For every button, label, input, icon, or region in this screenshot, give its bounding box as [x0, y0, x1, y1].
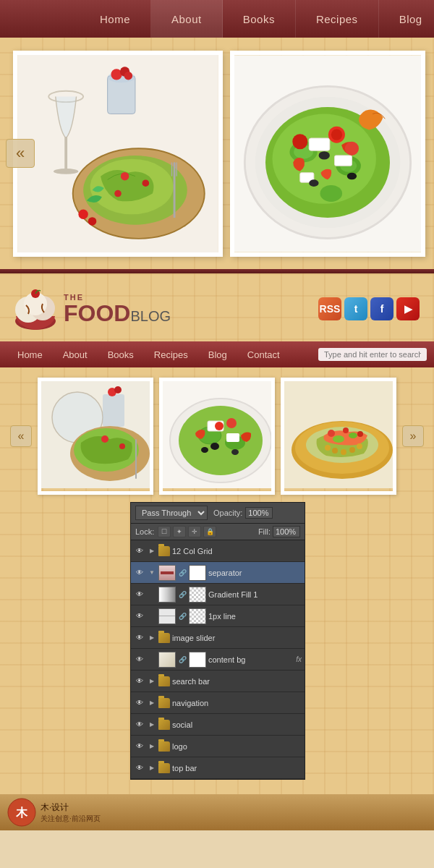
- logo-area: THE FOODBLOG: [10, 284, 171, 334]
- svg-point-81: [357, 431, 363, 437]
- layer-separator[interactable]: 👁 ▼ 🔗 separator: [131, 562, 305, 584]
- search-input[interactable]: [318, 348, 427, 361]
- svg-point-38: [331, 129, 342, 140]
- svg-point-77: [349, 447, 355, 453]
- logo-food-text: FOOD: [64, 300, 130, 326]
- svg-rect-82: [161, 571, 174, 574]
- layer-visibility-toggle[interactable]: 👁: [134, 545, 145, 557]
- layer-name: navigation: [172, 699, 302, 707]
- layer-content-bg[interactable]: 👁 🔗 content bg fx: [131, 649, 305, 671]
- blog-nav-contact[interactable]: Contact: [237, 341, 290, 367]
- lock-pixels-button[interactable]: ✦: [173, 526, 186, 537]
- svg-point-19: [78, 210, 88, 219]
- layer-navigation[interactable]: 👁 ▶ navigation: [131, 692, 305, 714]
- lock-position-button[interactable]: ☐: [158, 526, 171, 537]
- layer-visibility-toggle[interactable]: 👁: [134, 589, 145, 600]
- logo-icon: [10, 284, 61, 334]
- svg-point-80: [343, 427, 349, 433]
- blog-prev-button[interactable]: «: [10, 425, 32, 447]
- blend-mode-select[interactable]: Pass Through: [135, 506, 208, 520]
- svg-point-13: [142, 179, 150, 187]
- svg-point-20: [88, 217, 96, 225]
- layer-visibility-toggle[interactable]: 👁: [134, 741, 145, 752]
- layer-thumbnail: [158, 652, 176, 668]
- opacity-input[interactable]: [245, 507, 273, 519]
- logo-text: THE FOODBLOG: [64, 293, 171, 325]
- svg-point-75: [332, 448, 338, 454]
- nav-item-about[interactable]: About: [151, 0, 223, 38]
- blog-nav-blog[interactable]: Blog: [198, 341, 237, 367]
- layer-expand-arrow[interactable]: ▶: [148, 720, 156, 729]
- layer-name: image slider: [172, 634, 302, 642]
- layer-folder-icon: [158, 698, 170, 708]
- layer-visibility-toggle[interactable]: 👁: [134, 762, 145, 774]
- nav-item-recipes[interactable]: Recipes: [296, 0, 379, 38]
- slider-prev-button[interactable]: «: [6, 139, 35, 168]
- blog-nav-home[interactable]: Home: [7, 341, 53, 367]
- blog-image-3: [281, 378, 396, 495]
- svg-rect-55: [135, 439, 137, 479]
- food-blog-section: THE FOODBLOG RSS t f ▶ Home About Books …: [0, 273, 434, 794]
- layer-expand-arrow[interactable]: ▶: [148, 764, 156, 773]
- blog-nav-books[interactable]: Books: [98, 341, 144, 367]
- svg-point-78: [357, 443, 362, 449]
- nav-item-books[interactable]: Books: [223, 0, 296, 38]
- layer-folder-icon: [158, 741, 170, 752]
- slider-image-2: [230, 51, 425, 257]
- layer-visibility-toggle[interactable]: 👁: [134, 567, 145, 579]
- watermark-logo-icon: 木: [7, 798, 36, 827]
- layer-1px-line[interactable]: 👁 🔗 1px line: [131, 605, 305, 627]
- fill-input[interactable]: [273, 526, 300, 537]
- layer-mask-thumbnail: [189, 608, 206, 624]
- blog-nav-recipes[interactable]: Recipes: [144, 341, 198, 367]
- social-icons-group: RSS t f ▶: [318, 297, 420, 320]
- layer-link-icon: 🔗: [178, 655, 187, 664]
- layer-folder-icon: [158, 676, 170, 686]
- blog-header: THE FOODBLOG RSS t f ▶: [0, 273, 434, 341]
- top-nav: Home About Books Recipes Blog: [0, 0, 434, 38]
- layer-visibility-toggle[interactable]: 👁: [134, 697, 145, 709]
- layer-expand-arrow[interactable]: ▶: [148, 742, 156, 751]
- layer-folder-icon: [158, 633, 170, 643]
- nav-item-blog[interactable]: Blog: [379, 0, 434, 38]
- svg-rect-62: [226, 433, 239, 442]
- layer-visibility-toggle[interactable]: 👁: [134, 610, 145, 622]
- nav-item-home[interactable]: Home: [80, 0, 151, 38]
- watermark-brand: 木·设计: [41, 801, 101, 814]
- blog-next-button[interactable]: »: [402, 425, 424, 447]
- layer-search-bar[interactable]: 👁 ▶ search bar: [131, 671, 305, 692]
- svg-point-66: [231, 449, 239, 455]
- rss-icon[interactable]: RSS: [318, 297, 341, 320]
- layer-visibility-toggle[interactable]: 👁: [134, 632, 145, 644]
- lock-all-button[interactable]: 🔒: [203, 526, 216, 537]
- blog-nav-about[interactable]: About: [53, 341, 98, 367]
- layer-link-icon: 🔗: [178, 569, 187, 577]
- svg-point-73: [349, 433, 357, 438]
- layer-visibility-toggle[interactable]: 👁: [134, 719, 145, 731]
- layer-expand-arrow[interactable]: ▶: [148, 699, 156, 707]
- layer-name: social: [172, 720, 302, 729]
- layer-expand-arrow[interactable]: ▶: [148, 634, 156, 642]
- layer-expand-arrow[interactable]: ▼: [148, 569, 156, 577]
- youtube-icon[interactable]: ▶: [396, 297, 420, 320]
- layer-social[interactable]: 👁 ▶ social: [131, 714, 305, 736]
- blog-image-2: [159, 378, 275, 495]
- svg-rect-2: [64, 137, 67, 171]
- facebook-icon[interactable]: f: [370, 297, 393, 320]
- svg-point-53: [101, 435, 109, 443]
- layer-visibility-toggle[interactable]: 👁: [134, 676, 145, 687]
- layer-image-slider[interactable]: 👁 ▶ image slider: [131, 627, 305, 649]
- layer-logo[interactable]: 👁 ▶ logo: [131, 736, 305, 757]
- lock-move-button[interactable]: ✛: [188, 526, 201, 537]
- layer-gradient-fill[interactable]: 👁 🔗 Gradient Fill 1: [131, 584, 305, 605]
- layer-thumbnail: [158, 608, 176, 624]
- layer-expand-arrow[interactable]: ▶: [148, 547, 156, 556]
- layer-12col-grid[interactable]: 👁 ▶ 12 Col Grid: [131, 540, 305, 562]
- layer-top-bar[interactable]: 👁 ▶ top bar: [131, 757, 305, 779]
- layer-expand-arrow[interactable]: ▶: [148, 677, 156, 686]
- watermark-text-area: 木·设计 关注创意·前沿网页: [41, 801, 101, 824]
- twitter-icon[interactable]: t: [344, 297, 367, 320]
- layer-visibility-toggle[interactable]: 👁: [134, 654, 145, 665]
- svg-point-14: [114, 190, 122, 197]
- layer-mask-thumbnail: [189, 652, 206, 668]
